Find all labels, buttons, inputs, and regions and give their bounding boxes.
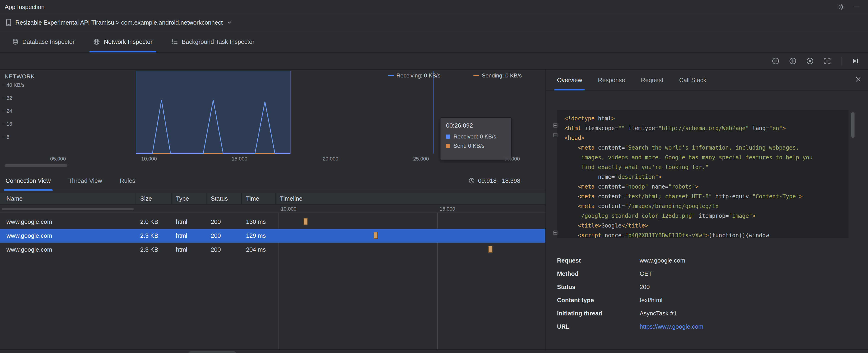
column-header-timeline[interactable]: Timeline [276, 193, 546, 204]
chart-horizontal-scrollbar[interactable] [5, 164, 67, 167]
tab-database-inspector[interactable]: Database Inspector [3, 31, 84, 53]
tooltip-received-row: Received: 0 KB/s [446, 133, 505, 140]
app-inspection-titlebar: App Inspection [0, 0, 868, 14]
sent-swatch [446, 144, 450, 148]
column-header-status[interactable]: Status [207, 193, 242, 204]
tab-connection-view[interactable]: Connection View [6, 171, 51, 191]
details-tab-strip: Overview Response Request Call Stack [546, 70, 868, 91]
bottom-bar-item-profiler[interactable]: Profiler [393, 351, 423, 353]
zoom-in-icon [789, 57, 797, 65]
zoom-out-icon [772, 57, 780, 65]
x-axis-tick: 25.000 [409, 156, 433, 162]
reset-zoom-icon [806, 57, 814, 65]
code-vertical-scrollbar[interactable] [851, 112, 855, 138]
timeline-tick-label: 10.000 [281, 206, 297, 212]
timeline-bar [304, 218, 308, 225]
bottom-bar-item-problems[interactable]: Problems [116, 351, 152, 353]
y-axis-tick: 24 [2, 108, 12, 114]
zoom-to-selection-button[interactable] [822, 56, 832, 66]
network-inspector-pane: NETWORK Receiving: 0 KB/s Sending: 0 KB/… [0, 70, 546, 349]
panel-title: App Inspection [5, 3, 44, 11]
bottom-bar-item-gradle[interactable]: Gradle [54, 351, 84, 353]
tab-label: Background Task Inspector [182, 38, 254, 45]
chevron-down-icon [226, 20, 232, 25]
tab-thread-view[interactable]: Thread View [68, 171, 102, 191]
bottom-bar-item-version-control[interactable]: Version Control [4, 351, 53, 353]
code-line: <!doctype html> [564, 114, 844, 123]
code-line: <script nonce="p4QZXBJIYBBwE13Dts-vXw">(… [564, 230, 844, 238]
tab-response[interactable]: Response [598, 70, 625, 91]
jump-to-live-icon [851, 57, 860, 65]
tab-call-stack[interactable]: Call Stack [679, 70, 706, 91]
tooltip-time: 00:26.092 [446, 122, 505, 129]
close-details-button[interactable] [855, 76, 862, 83]
tab-network-inspector[interactable]: Network Inspector [84, 31, 162, 53]
timeline-tick-label: 15.000 [440, 206, 455, 212]
x-axis-tick: 15.000 [227, 156, 252, 162]
tab-rules[interactable]: Rules [120, 171, 135, 191]
tooltip-sent-row: Sent: 0 KB/s [446, 142, 505, 149]
cell-time: 129 ms [242, 232, 276, 239]
code-fold-marker[interactable] [553, 123, 557, 128]
network-globe-icon [93, 38, 100, 45]
zoom-out-button[interactable] [771, 56, 781, 66]
connection-details-pane: Overview Response Request Call Stack <!d… [546, 70, 868, 349]
jump-to-live-button[interactable] [850, 56, 861, 66]
bottom-bar-item-logcat[interactable]: Logcat [238, 351, 267, 353]
bottom-bar-item-services[interactable]: Services [330, 351, 364, 353]
legend-sending: Sending: 0 KB/s [473, 72, 522, 79]
code-line: <meta content="noodp" name="robots"> [564, 182, 844, 192]
bottom-bar-item-todo[interactable]: TODO [85, 351, 114, 353]
device-phone-icon [6, 19, 11, 26]
database-icon [12, 38, 19, 45]
timeline-scale-row: 10.000 15.000 [0, 204, 546, 213]
field-initiating-thread: Initiating thread AsyncTask #1 [557, 310, 857, 317]
checklist-icon [171, 38, 178, 45]
reset-zoom-button[interactable] [805, 56, 815, 66]
bottom-bar-item-build[interactable]: Build [366, 351, 391, 353]
table-row[interactable]: www.google.com 2.0 KB html 200 130 ms [0, 215, 546, 229]
tab-background-task-inspector[interactable]: Background Task Inspector [162, 31, 264, 53]
sending-swatch [473, 75, 479, 76]
url-link[interactable]: https://www.google.com [640, 323, 704, 330]
cell-size: 2.3 KB [136, 246, 172, 253]
tab-request[interactable]: Request [641, 70, 663, 91]
toolbar-separator [841, 57, 841, 65]
chart-legend: Receiving: 0 KB/s Sending: 0 KB/s [0, 72, 546, 81]
response-payload-viewer[interactable]: <!doctype html><html itemscope="" itemty… [557, 110, 848, 238]
zoom-in-button[interactable] [788, 56, 798, 66]
column-header-time[interactable]: Time [242, 193, 276, 204]
bottom-bar-item-app-quality-insights[interactable]: App Quality Insights [269, 351, 329, 353]
field-request: Request www.google.com [557, 257, 857, 264]
process-selector[interactable]: Resizable Experimental API Tiramisu > co… [0, 14, 868, 31]
settings-gear-icon[interactable] [838, 3, 845, 10]
code-line: find exactly what you're looking for." [564, 162, 844, 172]
bottom-bar-item-terminal[interactable]: Terminal [153, 351, 187, 353]
tab-label: Database Inspector [22, 38, 74, 45]
bottom-tool-window-bar: Version ControlGradleTODOProblemsTermina… [0, 349, 868, 353]
cell-type: html [172, 232, 207, 239]
field-content-type: Content type text/html [557, 297, 857, 304]
cell-name: www.google.com [0, 246, 136, 253]
cell-status: 200 [207, 232, 242, 239]
cell-status: 200 [207, 246, 242, 253]
code-line: <html itemscope="" itemtype="http://sche… [564, 123, 844, 133]
table-horizontal-scrollbar[interactable] [2, 208, 134, 210]
table-row-selected[interactable]: www.google.com 2.3 KB html 200 129 ms [0, 229, 546, 243]
code-line: <meta content="/images/branding/googleg/… [564, 201, 844, 211]
code-line: <meta content="text/html; charset=UTF-8"… [564, 192, 844, 201]
connections-tab-strip: Connection View Thread View Rules 09.918… [0, 171, 546, 191]
code-fold-marker[interactable] [553, 230, 557, 235]
code-line: /googleg_standard_color_128dp.png" itemp… [564, 211, 844, 221]
code-content: <!doctype html><html itemscope="" itemty… [564, 114, 844, 238]
table-row[interactable]: www.google.com 2.3 KB html 200 204 ms [0, 243, 546, 257]
code-fold-marker[interactable] [553, 133, 557, 137]
minimize-icon[interactable] [853, 4, 860, 10]
chart-tooltip: 00:26.092 Received: 0 KB/s Sent: 0 KB/s [440, 117, 512, 160]
field-url: URL https://www.google.com [557, 323, 857, 330]
bottom-bar-item-app-inspection[interactable]: App Inspection [188, 351, 236, 353]
tab-overview[interactable]: Overview [557, 70, 582, 91]
column-header-size[interactable]: Size [136, 193, 172, 204]
column-header-type[interactable]: Type [172, 193, 207, 204]
column-header-name[interactable]: Name [0, 193, 136, 204]
